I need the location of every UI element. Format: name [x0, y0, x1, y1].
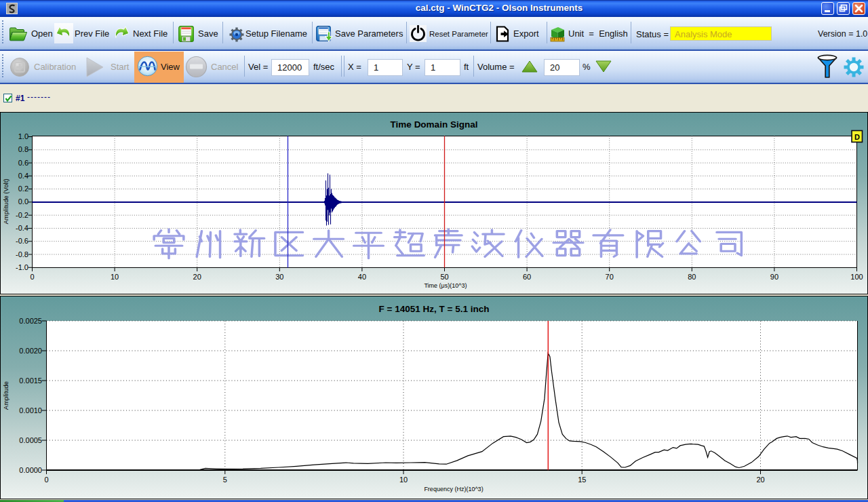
svg-text:10: 10: [399, 476, 408, 484]
svg-text:1.0: 1.0: [18, 132, 28, 140]
svg-text:0.0: 0.0: [18, 197, 28, 206]
svg-text:0.0010: 0.0010: [19, 406, 42, 414]
svg-text:F = 14051 Hz, T = 5.1 inch: F = 14051 Hz, T = 5.1 inch: [379, 304, 490, 314]
svg-text:15: 15: [578, 476, 586, 484]
svg-text:-0.8: -0.8: [16, 250, 28, 258]
svg-text:50: 50: [440, 273, 448, 281]
svg-text:0.0025: 0.0025: [19, 317, 42, 325]
svg-text:70: 70: [606, 273, 614, 281]
svg-text:-0.6: -0.6: [16, 237, 28, 245]
svg-text:5: 5: [223, 476, 227, 484]
svg-text:90: 90: [770, 273, 778, 281]
svg-text:0.2: 0.2: [18, 185, 28, 193]
svg-text:Amplitude: Amplitude: [2, 381, 9, 410]
svg-text:40: 40: [358, 273, 366, 281]
svg-text:-0.2: -0.2: [16, 211, 28, 219]
svg-text:0.0020: 0.0020: [19, 347, 42, 355]
svg-text:0.6: 0.6: [18, 159, 28, 167]
svg-text:-0.4: -0.4: [16, 224, 28, 232]
svg-text:0.0015: 0.0015: [19, 376, 42, 385]
svg-text:0.0000: 0.0000: [19, 466, 42, 474]
svg-text:Frequency (Hz)(10^3): Frequency (Hz)(10^3): [424, 486, 483, 493]
svg-text:20: 20: [756, 476, 764, 484]
svg-text:80: 80: [688, 273, 696, 281]
svg-text:30: 30: [275, 273, 283, 281]
svg-text:0.8: 0.8: [18, 145, 28, 153]
svg-text:0.4: 0.4: [18, 172, 28, 180]
svg-text:60: 60: [523, 273, 531, 281]
svg-text:0: 0: [30, 273, 34, 281]
svg-text:0.0005: 0.0005: [19, 436, 42, 444]
svg-text:D: D: [854, 133, 860, 141]
svg-text:Time (μs)(10^3): Time (μs)(10^3): [424, 282, 467, 289]
svg-text:-1.0: -1.0: [16, 263, 28, 271]
svg-text:10: 10: [111, 273, 119, 281]
svg-text:Time Domain Signal: Time Domain Signal: [391, 119, 478, 130]
svg-text:100: 100: [850, 273, 863, 281]
svg-text:Amplitude (Volt): Amplitude (Volt): [2, 178, 9, 224]
svg-text:0: 0: [44, 476, 48, 484]
svg-text:20: 20: [193, 273, 201, 281]
